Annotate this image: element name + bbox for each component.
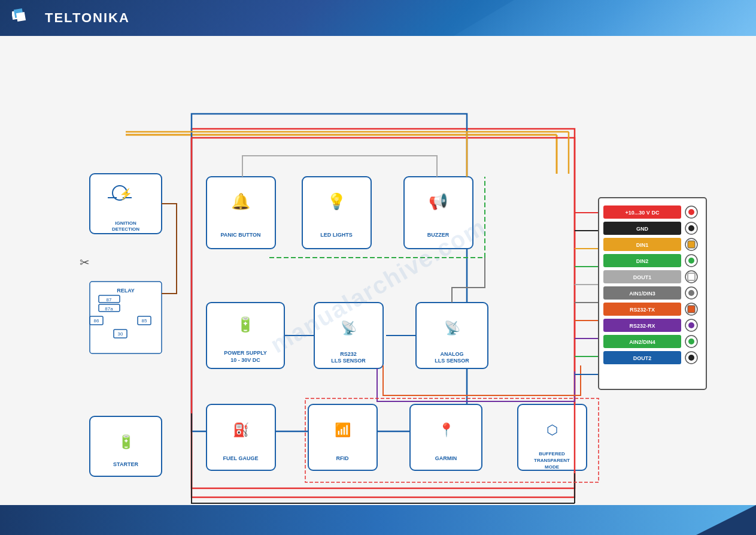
svg-text:85: 85 [142,318,147,324]
svg-point-122 [688,355,694,361]
svg-text:87a: 87a [105,306,113,312]
svg-text:IGNITION: IGNITION [115,220,136,226]
svg-text:📢: 📢 [429,192,448,211]
svg-text:GARMIN: GARMIN [435,455,457,461]
svg-text:⚡: ⚡ [119,188,133,201]
svg-rect-6 [192,114,467,431]
svg-rect-37 [404,177,473,249]
svg-text:🔋: 🔋 [236,316,254,333]
svg-text:RFID: RFID [336,455,349,461]
svg-rect-110 [688,306,695,313]
svg-rect-2 [16,11,26,21]
svg-point-98 [688,258,694,264]
svg-text:📡: 📡 [444,320,461,336]
svg-text:TRANSPARENT: TRANSPARENT [534,458,570,463]
svg-point-118 [688,338,694,344]
svg-text:✂: ✂ [80,256,90,269]
svg-text:💡: 💡 [327,192,347,211]
logo-area: TELTONIKA [12,8,130,29]
svg-text:RS232-RX: RS232-RX [629,323,655,329]
svg-text:BUFFERED: BUFFERED [539,451,565,457]
svg-text:BUZZER: BUZZER [427,232,450,238]
svg-text:RS232: RS232 [340,351,357,357]
svg-text:AIN1/DIN3: AIN1/DIN3 [629,291,655,297]
logo-text: TELTONIKA [45,10,130,26]
svg-text:DIN2: DIN2 [636,258,649,264]
svg-point-114 [688,322,694,328]
svg-text:RS232-TX: RS232-TX [630,307,655,313]
svg-text:DIN1: DIN1 [636,242,649,248]
svg-text:10 - 30V DC: 10 - 30V DC [230,357,260,363]
svg-text:⬡: ⬡ [546,422,558,437]
svg-text:AIN2/DIN4: AIN2/DIN4 [629,339,655,345]
svg-text:⛽: ⛽ [233,422,250,438]
svg-text:PANIC BUTTON: PANIC BUTTON [220,232,260,238]
svg-text:RELAY: RELAY [117,288,135,294]
svg-rect-31 [207,177,275,249]
svg-text:DETECTION: DETECTION [112,226,139,232]
svg-point-90 [688,225,694,231]
svg-text:STARTER: STARTER [113,461,138,467]
svg-text:LLS SENSOR: LLS SENSOR [435,358,469,364]
svg-text:🔔: 🔔 [231,192,251,211]
svg-text:📶: 📶 [335,422,351,438]
svg-point-106 [688,290,694,296]
svg-text:+10...30 V DC: +10...30 V DC [626,210,660,216]
svg-rect-34 [302,177,371,249]
svg-text:📡: 📡 [341,320,357,336]
svg-rect-94 [688,241,695,248]
svg-text:87: 87 [107,297,112,303]
svg-rect-102 [688,273,695,280]
footer-bar [0,505,756,535]
svg-text:📍: 📍 [438,422,455,438]
header: TELTONIKA [0,0,756,36]
svg-text:FUEL GAUGE: FUEL GAUGE [223,455,259,461]
svg-text:LED LIGHTS: LED LIGHTS [320,232,353,238]
teltonika-logo-icon [12,8,39,29]
svg-text:LLS SENSOR: LLS SENSOR [331,358,366,364]
wiring-diagram: ⚡ IGNITION DETECTION ✂ RELAY 87 87a 86 8… [78,78,736,515]
svg-text:POWER SUPPLY: POWER SUPPLY [224,350,267,356]
svg-text:🔋: 🔋 [118,434,135,450]
main-content: manualarchive.com ⚡ IGNITION DETECTION ✂… [0,36,756,535]
svg-text:30: 30 [118,331,123,337]
svg-text:DOUT1: DOUT1 [633,274,652,280]
svg-text:GND: GND [636,226,649,232]
svg-text:DOUT2: DOUT2 [633,355,652,361]
svg-point-86 [688,209,694,215]
svg-text:86: 86 [94,318,99,324]
svg-text:MODE: MODE [545,464,560,470]
svg-text:ANALOG: ANALOG [441,351,464,357]
